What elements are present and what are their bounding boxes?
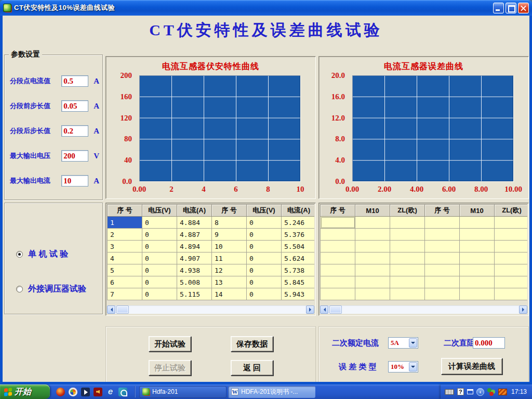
messenger-icon[interactable] — [118, 388, 127, 396]
mode-option-standalone[interactable]: 单 机 试 验 — [16, 249, 68, 260]
table-row[interactable]: 1 0 4.884 8 0 5.246 — [108, 217, 315, 229]
stripes-icon[interactable] — [498, 389, 507, 395]
cell-zl[interactable] — [495, 264, 528, 276]
cell-m10[interactable] — [460, 241, 495, 252]
red-app-icon[interactable] — [56, 388, 65, 396]
cell-current[interactable]: 5.376 — [282, 229, 315, 241]
cell-m10[interactable] — [355, 264, 390, 276]
window-icon[interactable] — [467, 389, 473, 394]
horizontal-scrollbar[interactable] — [320, 305, 527, 314]
taskbar-task-hdfa201[interactable]: Hdfa-201 — [139, 386, 227, 398]
scrollbar-thumb[interactable] — [116, 305, 129, 314]
cell-index[interactable] — [425, 264, 460, 276]
ie-icon[interactable] — [106, 388, 115, 396]
cell-index[interactable]: 10 — [212, 241, 247, 252]
table-row[interactable]: 5 0 4.938 12 0 5.738 — [108, 264, 315, 276]
cell-m10[interactable] — [460, 217, 495, 229]
play-icon[interactable] — [81, 388, 90, 396]
cell-voltage[interactable]: 0 — [247, 252, 282, 264]
table-row[interactable]: 7 0 5.115 14 0 5.943 — [108, 288, 315, 300]
cell-m10[interactable] — [460, 229, 495, 241]
error-type-combo[interactable]: 10% — [388, 361, 418, 373]
cell-index[interactable] — [425, 241, 460, 252]
radio-unchecked-icon[interactable] — [16, 286, 23, 292]
cell-index[interactable] — [321, 229, 355, 241]
scroll-right-button[interactable] — [519, 305, 527, 314]
cell-index[interactable]: 14 — [212, 288, 247, 300]
close-button[interactable] — [518, 3, 529, 14]
cell-index[interactable] — [425, 288, 460, 300]
cell-index[interactable]: 8 — [212, 217, 247, 229]
rated-current-combo[interactable]: 5A — [388, 337, 418, 349]
radio-checked-icon[interactable] — [16, 251, 23, 258]
titlebar[interactable]: CT伏安特性及10%误差曲线试验 — [0, 0, 532, 16]
cell-index[interactable]: 5 — [108, 264, 142, 276]
table-row[interactable] — [321, 288, 528, 300]
cell-voltage[interactable]: 0 — [247, 264, 282, 276]
cell-voltage[interactable]: 0 — [247, 241, 282, 252]
table-row[interactable]: 6 0 5.008 13 0 5.845 — [108, 276, 315, 288]
cell-current[interactable]: 4.907 — [177, 252, 212, 264]
cell-m10[interactable] — [460, 264, 495, 276]
clock[interactable]: 17:13 — [511, 388, 527, 395]
cell-index[interactable]: 13 — [212, 276, 247, 288]
param-input[interactable] — [61, 150, 88, 162]
cell-m10[interactable] — [355, 288, 390, 300]
cell-current[interactable]: 5.624 — [282, 252, 315, 264]
cell-zl[interactable] — [390, 229, 425, 241]
cell-voltage[interactable]: 0 — [142, 264, 177, 276]
cell-index[interactable] — [321, 264, 355, 276]
scroll-right-button[interactable] — [306, 305, 314, 314]
cell-current[interactable]: 5.115 — [177, 288, 212, 300]
cell-zl[interactable] — [495, 241, 528, 252]
cell-index[interactable]: 12 — [212, 264, 247, 276]
cell-zl[interactable] — [390, 241, 425, 252]
cell-voltage[interactable]: 0 — [142, 229, 177, 241]
mode-option-external-regulator[interactable]: 外接调压器试验 — [16, 284, 86, 295]
table-row[interactable] — [321, 217, 528, 229]
cell-voltage[interactable]: 0 — [142, 288, 177, 300]
status-icon[interactable] — [487, 388, 495, 396]
cell-zl[interactable] — [390, 264, 425, 276]
cell-m10[interactable] — [355, 217, 390, 229]
cell-m10[interactable] — [460, 288, 495, 300]
media-player-icon[interactable] — [69, 388, 77, 396]
help-icon[interactable] — [457, 388, 464, 395]
cell-voltage[interactable]: 0 — [142, 241, 177, 252]
param-input[interactable] — [61, 175, 88, 187]
cell-voltage[interactable]: 0 — [142, 276, 177, 288]
cell-zl[interactable] — [495, 217, 528, 229]
cell-current[interactable]: 4.887 — [177, 229, 212, 241]
table-row[interactable] — [321, 264, 528, 276]
table-row[interactable] — [321, 229, 528, 241]
scroll-left-button[interactable] — [320, 305, 328, 314]
cell-index[interactable] — [321, 276, 355, 288]
cell-voltage[interactable]: 0 — [247, 288, 282, 300]
cell-m10[interactable] — [355, 276, 390, 288]
table-row[interactable]: 3 0 4.894 10 0 5.504 — [108, 241, 315, 252]
cell-index[interactable]: 2 — [108, 229, 142, 241]
cell-zl[interactable] — [495, 229, 528, 241]
cell-zl[interactable] — [390, 252, 425, 264]
cell-m10[interactable] — [355, 229, 390, 241]
cell-index[interactable] — [321, 217, 355, 229]
table-row[interactable] — [321, 252, 528, 264]
cell-index[interactable]: 1 — [108, 217, 142, 229]
calc-error-curve-button[interactable]: 计算误差曲线 — [441, 358, 502, 375]
cell-m10[interactable] — [355, 252, 390, 264]
cell-index[interactable]: 6 — [108, 276, 142, 288]
chevron-down-icon[interactable] — [409, 338, 417, 348]
scrollbar-thumb[interactable] — [329, 305, 342, 314]
cell-index[interactable] — [425, 217, 460, 229]
cell-current[interactable]: 5.008 — [177, 276, 212, 288]
collapse-chevron-icon[interactable] — [476, 388, 484, 396]
cell-voltage[interactable]: 0 — [142, 252, 177, 264]
cell-index[interactable] — [425, 229, 460, 241]
maximize-button[interactable] — [506, 3, 516, 14]
cell-zl[interactable] — [495, 288, 528, 300]
cell-current[interactable]: 5.845 — [282, 276, 315, 288]
cell-index[interactable] — [425, 276, 460, 288]
cell-index[interactable]: 11 — [212, 252, 247, 264]
cell-zl[interactable] — [390, 276, 425, 288]
cell-voltage[interactable]: 0 — [142, 217, 177, 229]
